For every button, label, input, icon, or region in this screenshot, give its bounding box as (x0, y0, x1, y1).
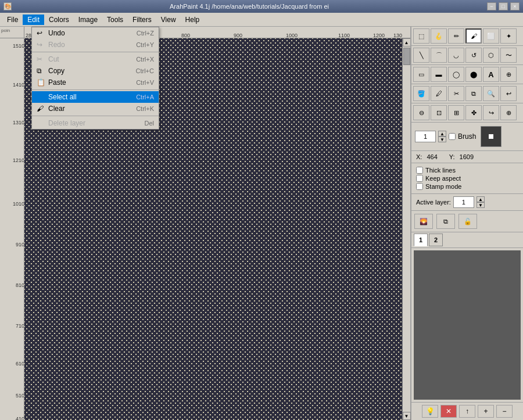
menu-cut[interactable]: ✂ Cut Ctrl+X (32, 53, 159, 65)
layer-tool-1[interactable]: 🌄 (414, 214, 433, 229)
brush-size-arrows[interactable]: ▲ ▼ (438, 131, 446, 142)
tool-rect-outline[interactable]: ▭ (413, 67, 429, 82)
coords-section: X: 464 Y: 1609 (411, 151, 523, 163)
stamp-mode-row: Stamp mode (416, 183, 518, 190)
brush-checkbox[interactable] (449, 133, 456, 140)
tool-cut[interactable]: ✂ (448, 86, 464, 101)
tool-rect-fill[interactable]: ▬ (431, 67, 447, 82)
bottom-down-btn[interactable]: − (496, 405, 513, 418)
minimize-button[interactable]: − (487, 2, 496, 10)
tool-lasso[interactable]: 🪝 (431, 28, 447, 44)
tool-spline[interactable]: 〜 (500, 48, 517, 63)
menu-delete-layer[interactable]: Delete layer Del (32, 117, 159, 129)
tool-extra2[interactable]: ⊕ (500, 105, 517, 120)
thick-lines-checkbox[interactable] (416, 167, 423, 174)
menu-view[interactable]: View (156, 15, 181, 25)
bottom-add-btn[interactable]: + (478, 405, 494, 418)
tool-extra[interactable]: ⊕ (500, 67, 517, 82)
tool-pencil[interactable]: ✏ (448, 28, 464, 44)
stamp-mode-label: Stamp mode (425, 183, 461, 190)
tool-undo-small[interactable]: ↩ (500, 86, 517, 101)
maximize-button[interactable]: □ (499, 2, 508, 10)
tool-curve[interactable]: ⌒ (431, 48, 447, 63)
titlebar: 🎨 ArahPaint 4.1j /home/ana/web/tutorials… (0, 0, 523, 13)
copy-label: Copy (48, 67, 136, 75)
tool-zoom-in[interactable]: 🔍 (483, 86, 499, 101)
menu-copy[interactable]: ⧉ Copy Ctrl+C (32, 65, 159, 77)
active-layer-up[interactable]: ▲ (477, 196, 485, 202)
menu-undo[interactable]: ↩ Undo Ctrl+Z (32, 27, 159, 39)
menu-redo[interactable]: ↪ Redo Ctrl+Y (32, 39, 159, 51)
scroll-down-arrow[interactable]: ▼ (403, 412, 411, 420)
brush-size-input[interactable]: 1 (415, 131, 436, 142)
tool-redo-small[interactable]: ↪ (483, 105, 499, 120)
copy-shortcut: Ctrl+C (136, 67, 154, 74)
edit-dropdown-menu: ↩ Undo Ctrl+Z ↪ Redo Ctrl+Y ✂ Cut Ctrl+X… (31, 27, 159, 130)
tool-zoom-fit[interactable]: ⊡ (431, 105, 447, 120)
layer-tool-2[interactable]: ⧉ (436, 214, 455, 229)
tool-grid[interactable]: ⊞ (448, 105, 464, 120)
active-layer-input[interactable]: 1 (453, 196, 474, 208)
ruler-x-5: 1000 (286, 33, 298, 38)
tool-line[interactable]: ╲ (413, 48, 429, 63)
vertical-scrollbar[interactable]: ▲ ▼ (402, 38, 410, 420)
titlebar-controls[interactable]: − □ × (487, 2, 520, 10)
tool-color-pick[interactable]: 🖊 (431, 86, 447, 101)
undo-label: Undo (48, 29, 137, 37)
bottom-light-btn[interactable]: 💡 (422, 405, 438, 418)
stamp-mode-checkbox[interactable] (416, 183, 423, 190)
menu-edit[interactable]: Edit (23, 15, 44, 25)
bottom-delete-btn[interactable]: ✕ (440, 405, 457, 418)
tool-zoom-out[interactable]: ⊖ (413, 105, 429, 120)
tool-scatter[interactable]: ✤ (465, 105, 482, 120)
tool-paste-special[interactable]: ⧉ (465, 86, 482, 101)
brush-size-down[interactable]: ▼ (438, 137, 446, 142)
keep-aspect-checkbox[interactable] (416, 175, 423, 182)
menubar: File Edit Colors Image Tools Filters Vie… (0, 13, 523, 27)
titlebar-left-icons: 🎨 (3, 2, 12, 10)
scroll-thumb[interactable] (403, 48, 410, 65)
window-title: ArahPaint 4.1j /home/ana/web/tutorials/J… (170, 3, 329, 10)
tool-select-rect[interactable]: ⬚ (413, 28, 429, 44)
tool-rotate[interactable]: ↺ (465, 48, 482, 63)
scroll-up-arrow[interactable]: ▲ (403, 38, 411, 46)
tool-ellipse-outline[interactable]: ◯ (448, 67, 464, 82)
menu-clear[interactable]: 🖌 Clear Ctrl+K (32, 103, 159, 114)
active-layer-arrows[interactable]: ▲ ▼ (477, 196, 485, 208)
brush-label: Brush (458, 132, 476, 141)
ruler-y-8: 610 (16, 361, 24, 367)
select-all-label: Select all (48, 93, 136, 101)
tool-arc[interactable]: ◡ (448, 48, 464, 63)
copy-icon: ⧉ (37, 67, 46, 75)
menu-help[interactable]: Help (181, 15, 205, 25)
paste-shortcut: Ctrl+V (136, 79, 154, 86)
close-button[interactable]: × (510, 2, 520, 10)
right-bottom-toolbar: 🌄 ⧉ 🔓 (411, 211, 523, 232)
menu-image[interactable]: Image (74, 15, 102, 25)
layer-tool-3[interactable]: 🔓 (458, 214, 477, 229)
ruler-y-0: 1510 (13, 43, 24, 49)
tool-brush[interactable]: 🖌 (465, 28, 482, 44)
tool-fill[interactable]: 🪣 (413, 86, 429, 101)
menu-select-all[interactable]: Select all Ctrl+A (32, 91, 159, 103)
bottom-up-btn[interactable]: ↑ (459, 405, 475, 418)
menu-tools[interactable]: Tools (102, 15, 128, 25)
right-panel: ⬚ 🪝 ✏ 🖌 ⬜ ✦ ╲ ⌒ ◡ ↺ ⬡ 〜 ▭ ▬ ◯ ⬤ A ⊕ 🪣 (410, 27, 523, 420)
tool-text[interactable]: A (483, 67, 499, 82)
redo-shortcut: Ctrl+Y (136, 41, 154, 48)
tool-eraser[interactable]: ⬜ (483, 28, 499, 44)
toolbar-row-3: ▭ ▬ ◯ ⬤ A ⊕ (411, 65, 523, 84)
menu-file[interactable]: File (2, 15, 23, 25)
brush-size-up[interactable]: ▲ (438, 131, 446, 137)
layer-tab-1[interactable]: 1 (414, 234, 428, 246)
cut-icon: ✂ (37, 55, 46, 63)
menu-colors[interactable]: Colors (44, 15, 74, 25)
tool-ellipse-fill[interactable]: ⬤ (465, 67, 482, 82)
tool-polygon[interactable]: ⬡ (483, 48, 499, 63)
tool-stamp[interactable]: ✦ (500, 28, 517, 44)
ruler-corner: poin (0, 27, 24, 38)
menu-paste[interactable]: 📋 Paste Ctrl+V (32, 77, 159, 88)
layer-tab-2[interactable]: 2 (429, 234, 443, 246)
active-layer-down[interactable]: ▼ (477, 202, 485, 208)
menu-filters[interactable]: Filters (128, 15, 156, 25)
